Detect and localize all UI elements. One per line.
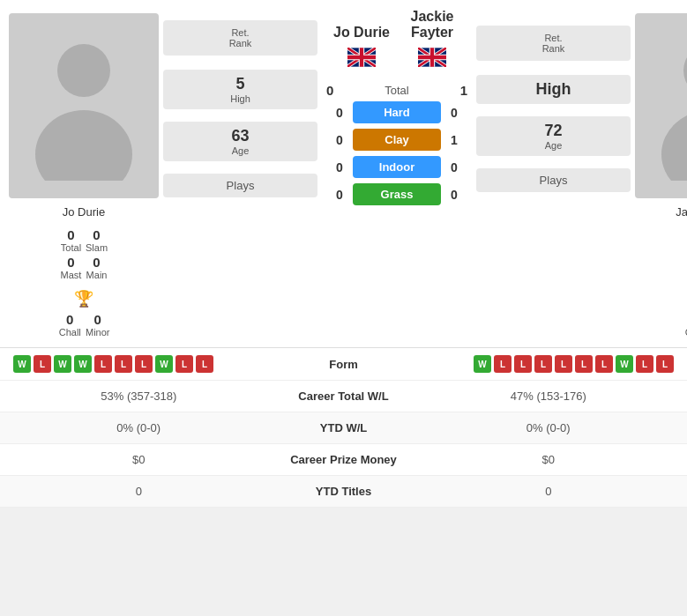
left-plays-block: Plays: [163, 174, 317, 197]
form-badge-l: L: [595, 355, 613, 373]
form-badge-w: W: [13, 355, 31, 373]
left-stats-grid-2: 0 Chall 0 Minor: [57, 312, 109, 338]
form-badge-w: W: [616, 355, 633, 373]
form-badge-l: L: [196, 355, 213, 373]
form-badge-w: W: [54, 355, 71, 373]
form-badge-l: L: [135, 355, 153, 373]
main-container: Jo Durie 0 Total 0 Slam 0 Mast 0 Main: [0, 0, 687, 508]
form-badge-w: W: [155, 355, 173, 373]
right-flag-icon: [418, 48, 446, 67]
hard-row: 0 Hard 0: [326, 101, 467, 123]
right-high-block: High: [476, 75, 631, 104]
right-form-badges: WLLLLLLWLL: [379, 355, 675, 373]
center-col: Jo Durie Jackie Fayter: [322, 0, 472, 347]
right-rank-block: Ret. Rank: [476, 26, 631, 61]
right-player-photo: [635, 13, 687, 198]
left-meta-col: Ret. Rank 5 High 63 Age Plays: [163, 0, 322, 347]
titles-row: 0 YTD Titles 0: [0, 476, 687, 508]
form-label: Form: [309, 358, 379, 371]
left-minor-val: 0 Minor: [86, 312, 110, 338]
left-total-val: 0 Total: [60, 227, 82, 253]
form-badge-l: L: [534, 355, 552, 373]
left-stats-grid: 0 Total 0 Slam 0 Mast 0 Main: [60, 227, 108, 280]
form-badge-l: L: [656, 355, 674, 373]
svg-point-1: [35, 110, 132, 181]
form-badge-l: L: [575, 355, 593, 373]
career-wl-row: 53% (357-318) Career Total W/L 47% (153-…: [0, 381, 687, 412]
left-trophy-row: 0 🏆: [74, 289, 93, 308]
left-high-block: 5 High: [163, 70, 317, 109]
svg-point-0: [57, 44, 110, 97]
form-badge-l: L: [94, 355, 112, 373]
right-meta-col: Ret. Rank High 72 Age Plays: [472, 0, 631, 347]
left-player-name: Jo Durie: [63, 205, 105, 219]
left-flag-icon: [347, 48, 376, 67]
grass-row: 0 Grass 0: [326, 183, 467, 205]
left-age-block: 63 Age: [163, 122, 317, 161]
left-main-trophy-cell: 0 Main: [86, 255, 108, 280]
left-rank-block: Ret. Rank: [163, 20, 317, 56]
players-section: Jo Durie 0 Total 0 Slam 0 Mast 0 Main: [0, 0, 687, 347]
form-row: WLWWLLLWLL Form WLLLLLLWLL: [0, 348, 687, 381]
form-badge-l: L: [494, 355, 512, 373]
left-player-col: Jo Durie 0 Total 0 Slam 0 Mast 0 Main: [0, 0, 163, 347]
clay-row: 0 Clay 1: [326, 129, 467, 151]
form-badge-l: L: [636, 355, 653, 373]
svg-point-5: [661, 110, 687, 181]
svg-point-4: [683, 44, 687, 97]
indoor-row: 0 Indoor 0: [326, 156, 467, 178]
right-chall-val: 0 Chall: [683, 312, 687, 338]
form-badge-l: L: [175, 355, 193, 373]
right-plays-block: Plays: [476, 168, 631, 192]
right-stats-grid-2: 0 Chall 1 Minor: [683, 312, 687, 338]
left-trophy-icon: 🏆: [74, 289, 93, 308]
right-flag-row: [397, 48, 467, 67]
total-row: 0 Total 1: [326, 83, 467, 98]
right-age-block: 72 Age: [476, 116, 631, 156]
form-badge-w: W: [74, 355, 92, 373]
ytd-wl-row: 0% (0-0) YTD W/L 0% (0-0): [0, 412, 687, 444]
left-slam-val: 0 Slam: [86, 227, 108, 253]
form-badge-l: L: [34, 355, 51, 373]
left-mast-trophy-cell: 0 Mast: [60, 255, 82, 280]
left-flag-row: [326, 48, 397, 67]
form-badge-l: L: [555, 355, 572, 373]
left-player-photo: [9, 13, 159, 198]
left-form-badges: WLWWLLLWLL: [13, 355, 309, 373]
form-badge-l: L: [115, 355, 132, 373]
right-player-name: Jackie Fayter: [676, 205, 687, 219]
prize-row: $0 Career Prize Money $0: [0, 444, 687, 476]
right-name-center: Jackie Fayter: [397, 9, 467, 72]
right-player-col: Jackie Fayter 1 Total 0 Slam 0 Mast 0 Ma…: [631, 0, 687, 347]
form-badge-w: W: [474, 355, 491, 373]
bottom-section: WLWWLLLWLL Form WLLLLLLWLL 53% (357-318)…: [0, 347, 687, 508]
form-badge-l: L: [514, 355, 532, 373]
player-names-row: Jo Durie Jackie Fayter: [326, 9, 467, 72]
left-name-center: Jo Durie: [326, 25, 397, 72]
left-chall-val: 0 Chall: [57, 312, 82, 338]
